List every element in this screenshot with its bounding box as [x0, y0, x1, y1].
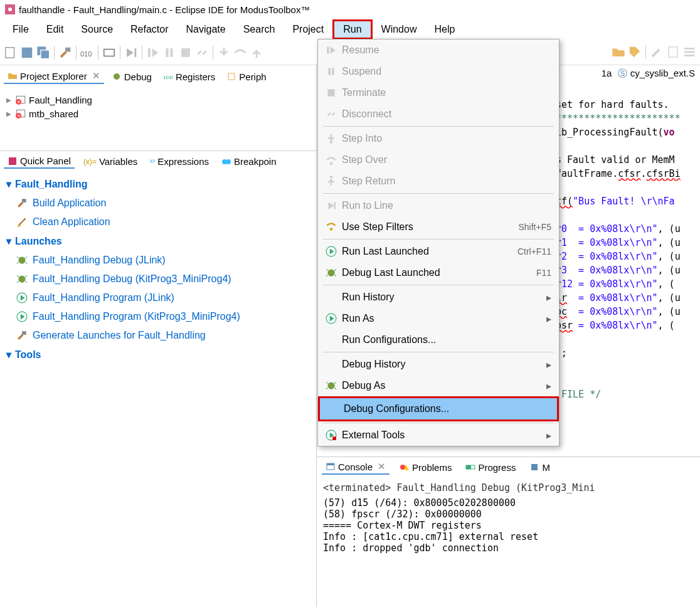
project-error-icon: ✕ [15, 94, 26, 105]
qp-generate-launches[interactable]: Generate Launches for Fault_Handling [6, 326, 310, 345]
memory-icon [529, 462, 539, 472]
svg-rect-16 [684, 51, 695, 53]
qp-debug-jlink[interactable]: Fault_Handling Debug (JLink) [6, 251, 310, 270]
project-item-fault-handling[interactable]: ▶ ✕ Fault_Handling [6, 93, 310, 107]
tab-quick-panel[interactable]: Quick Panel [4, 154, 75, 169]
tab-peripherals[interactable]: Periph [223, 70, 270, 83]
step-over-icon[interactable] [233, 46, 247, 60]
console-tabs: Console ✕ Problems Progress M [317, 457, 700, 477]
svg-rect-20 [228, 73, 235, 80]
console-body[interactable]: <terminated> Fault_Handling Debug (KitPr… [317, 477, 700, 559]
suspend-icon[interactable] [162, 46, 176, 60]
tab-memory[interactable]: M [526, 461, 554, 474]
svg-text:1010: 1010 [163, 75, 173, 80]
code-editor[interactable]: set for hard faults. *******************… [556, 84, 700, 415]
resume-icon[interactable] [146, 46, 160, 60]
menu-run-history[interactable]: Run History ▸ [318, 287, 559, 308]
tab-debug[interactable]: Debug [108, 70, 156, 83]
menu-project[interactable]: Project [284, 21, 332, 38]
list-icon[interactable] [682, 45, 696, 59]
qp-debug-kitprog[interactable]: Fault_Handling Debug (KitProg3_MiniProg4… [6, 270, 310, 288]
menu-edit[interactable]: Edit [38, 21, 73, 38]
console-panel: Console ✕ Problems Progress M <terminate… [317, 457, 700, 607]
submenu-arrow-icon: ▸ [540, 430, 551, 441]
step-into-icon[interactable] [217, 46, 231, 60]
tab-registers[interactable]: 1010 Registers [159, 70, 219, 83]
tab-progress[interactable]: Progress [462, 461, 519, 474]
qp-heading-tools[interactable]: ▾Tools [6, 345, 310, 364]
svg-rect-40 [466, 465, 471, 469]
svg-rect-2 [6, 47, 14, 58]
qp-program-kitprog[interactable]: Fault_Handling Program (KitProg3_MiniPro… [6, 307, 310, 326]
svg-text:✕: ✕ [17, 113, 21, 118]
submenu-arrow-icon: ▸ [540, 292, 551, 304]
qp-item-label: Clean Application [33, 216, 110, 228]
skip-icon[interactable] [124, 46, 138, 60]
menu-run-last[interactable]: Run Last Launched Ctrl+F11 [318, 241, 559, 262]
menu-run[interactable]: Run [332, 19, 372, 40]
menu-debug-as[interactable]: Debug As ▸ [318, 375, 559, 396]
app-icon [5, 4, 15, 14]
peripherals-icon [226, 71, 236, 82]
tab-problems[interactable]: Problems [396, 461, 455, 474]
expand-icon[interactable]: ▶ [6, 110, 13, 117]
svg-text:010: 010 [80, 50, 92, 57]
console-line: ===== Cortex-M DWT registers [323, 520, 694, 531]
svg-rect-27 [9, 157, 16, 165]
breakpoint-icon [221, 157, 231, 167]
editor-tab-1[interactable]: 1a [602, 68, 612, 80]
qp-clean-application[interactable]: Clean Application [6, 213, 310, 231]
menu-debug-configurations[interactable]: Debug Configurations... [318, 396, 559, 421]
broom-icon [16, 216, 28, 228]
close-icon[interactable]: ✕ [90, 70, 100, 82]
project-error-icon: ✕ [15, 108, 26, 119]
terminate-icon[interactable] [179, 46, 193, 60]
qp-heading-launches[interactable]: ▾Launches [6, 231, 310, 251]
pencil-icon[interactable] [650, 45, 664, 59]
tab-project-explorer[interactable]: Project Explorer ✕ [4, 69, 104, 84]
doc-icon[interactable] [666, 45, 680, 59]
tab-label: Periph [239, 71, 266, 82]
editor-tab-2[interactable]: Ⓢ cy_syslib_ext.S [618, 68, 695, 80]
menu-source[interactable]: Source [72, 21, 122, 38]
new-icon[interactable] [4, 46, 18, 60]
menu-run-as[interactable]: Run As ▸ [318, 308, 559, 329]
menu-debug-last[interactable]: Debug Last Launched F11 [318, 262, 559, 283]
menu-search[interactable]: Search [235, 21, 284, 38]
qp-heading-project[interactable]: ▾Fault_Handling [6, 174, 310, 194]
expand-icon[interactable]: ▶ [6, 97, 13, 103]
save-all-icon[interactable] [36, 46, 50, 60]
svg-point-29 [226, 159, 231, 164]
open-folder-icon[interactable] [612, 45, 625, 59]
project-tree: ▶ ✕ Fault_Handling ▶ ✕ mtb_shared [0, 88, 316, 150]
close-icon[interactable]: ✕ [375, 461, 386, 472]
svg-rect-30 [22, 199, 26, 203]
menu-help[interactable]: Help [425, 21, 464, 38]
menu-run-configurations[interactable]: Run Configurations... [318, 329, 559, 351]
hammer-icon[interactable] [58, 46, 72, 60]
qp-program-jlink[interactable]: Fault_Handling Program (JLink) [6, 288, 310, 307]
project-item-mtb-shared[interactable]: ▶ ✕ mtb_shared [6, 107, 310, 120]
qp-build-application[interactable]: Build Application [6, 194, 310, 213]
tag-icon[interactable] [628, 45, 642, 59]
svg-point-32 [18, 275, 25, 282]
disconnect-icon[interactable] [195, 46, 209, 60]
menu-debug-history[interactable]: Debug History ▸ [318, 354, 559, 375]
bug-icon [323, 380, 339, 391]
tab-variables[interactable]: (x)= Variables [80, 155, 141, 168]
tab-console[interactable]: Console ✕ [322, 460, 390, 475]
menu-external-tools[interactable]: External Tools ▸ [318, 425, 559, 446]
tab-breakpoints[interactable]: Breakpoin [218, 155, 280, 168]
menu-file[interactable]: File [4, 21, 38, 38]
svg-rect-42 [327, 46, 329, 53]
binary-icon[interactable]: 010 [80, 46, 94, 60]
warning-icon [400, 462, 410, 472]
step-return-icon[interactable] [250, 46, 263, 60]
menu-refactor[interactable]: Refactor [122, 21, 177, 38]
tab-expressions[interactable]: ᵡʸ Expressions [146, 155, 213, 168]
menu-use-step-filters[interactable]: Use Step Filters Shift+F5 [318, 216, 559, 238]
register-icon[interactable] [102, 46, 116, 60]
menu-navigate[interactable]: Navigate [178, 21, 235, 38]
save-icon[interactable] [20, 46, 34, 60]
menu-window[interactable]: Window [373, 21, 426, 38]
